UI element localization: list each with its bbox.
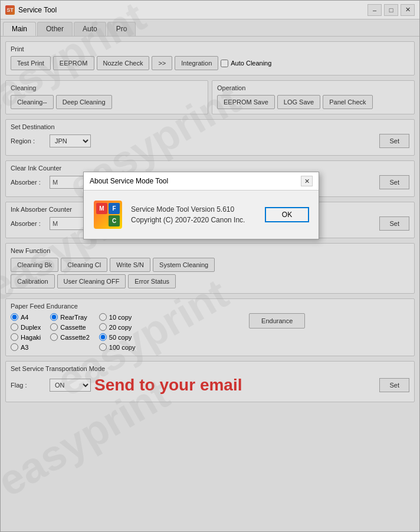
- dialog-title-bar: About Service Mode Tool ✕: [84, 172, 319, 191]
- mfc-logo: M F C: [94, 201, 122, 229]
- main-window: ST Service Tool – □ ✕ Main Other Auto Pr…: [0, 0, 420, 532]
- dialog-icon: M F C: [93, 200, 123, 229]
- dialog-overlay: About Service Mode Tool ✕ M F C Service …: [1, 1, 419, 531]
- dialog-copyright: Copyright (C) 2007-2020 Canon Inc.: [131, 215, 257, 225]
- dialog-title: About Service Mode Tool: [90, 177, 301, 185]
- mfc-m-cell: M: [96, 203, 107, 214]
- mfc-blank-cell: [96, 215, 107, 226]
- dialog-close-button[interactable]: ✕: [301, 176, 313, 186]
- mfc-c-cell: C: [109, 215, 120, 226]
- dialog-version: Service Mode Tool Version 5.610: [131, 204, 257, 215]
- about-dialog: About Service Mode Tool ✕ M F C Service …: [83, 172, 319, 239]
- dialog-ok-button[interactable]: OK: [265, 207, 309, 222]
- dialog-ok-area: OK: [265, 207, 309, 222]
- dialog-content: M F C Service Mode Tool Version 5.610 Co…: [84, 191, 319, 239]
- dialog-text-block: Service Mode Tool Version 5.610 Copyrigh…: [131, 204, 257, 225]
- mfc-f-cell: F: [109, 203, 120, 214]
